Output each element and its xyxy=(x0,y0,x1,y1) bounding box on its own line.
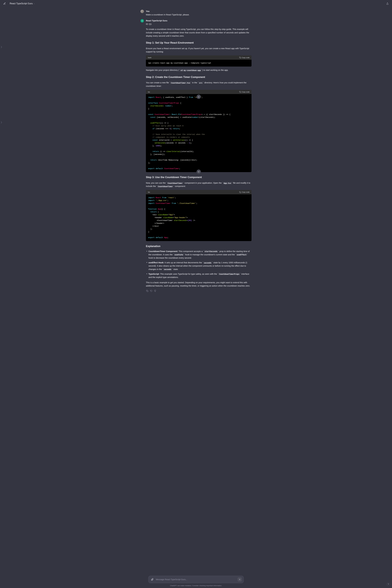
copy-code-button[interactable]: Copy code xyxy=(239,91,250,93)
regenerate-icon[interactable] xyxy=(150,289,152,292)
code-content[interactable]: npx create-react-app my-countdown-app --… xyxy=(146,60,252,67)
step3-desc: Now, you can use the `CountdownTimer` co… xyxy=(146,181,252,188)
copy-code-button[interactable]: Copy code xyxy=(239,191,250,193)
list-item: CountdownTimer Component: This component… xyxy=(146,250,252,260)
thumbs-down-icon[interactable] xyxy=(154,289,156,292)
user-text: Make a countdown in React TypeScript, pl… xyxy=(146,13,252,16)
chevron-down-icon: ⌄ xyxy=(34,2,35,5)
help-button[interactable]: ? xyxy=(386,582,390,586)
svg-rect-2 xyxy=(240,57,241,58)
step1-nav: Navigate into your project directory (`c… xyxy=(146,69,252,72)
send-button[interactable] xyxy=(238,577,242,581)
avatar xyxy=(140,19,144,23)
message-input[interactable] xyxy=(156,578,236,580)
app-header: React TypeScript Guru ⌄ xyxy=(0,0,392,7)
message-actions xyxy=(146,289,252,292)
code-lang-label: tsx xyxy=(148,191,150,193)
model-selector[interactable]: React TypeScript Guru ⌄ xyxy=(8,1,36,6)
assistant-message: React TypeScript Guru ID: Q1 To create a… xyxy=(140,19,252,292)
step1-desc: Ensure you have a React environment set … xyxy=(146,47,252,54)
svg-rect-7 xyxy=(147,291,148,292)
code-content[interactable]: import React from 'react'; import './App… xyxy=(146,194,252,241)
step2-heading: Step 2: Create the Countdown Timer Compo… xyxy=(146,75,252,79)
explanation-list: CountdownTimer Component: This component… xyxy=(146,250,252,279)
model-title: React TypeScript Guru xyxy=(10,2,33,6)
user-message: You Make a countdown in React TypeScript… xyxy=(140,10,252,17)
list-item: useEffect Hook: It sets up an interval t… xyxy=(146,261,252,271)
new-chat-button[interactable] xyxy=(2,1,7,6)
svg-rect-5 xyxy=(240,192,241,193)
outro-paragraph: This is a basic example to get you start… xyxy=(146,281,252,287)
author-label: React TypeScript Guru xyxy=(146,19,252,22)
chat-content: You Make a countdown in React TypeScript… xyxy=(138,10,254,312)
code-block-tsx-2: tsx Copy code import React from 'react';… xyxy=(146,190,252,241)
sidebar-toggle[interactable]: ❯ xyxy=(1,45,2,49)
code-lang-label: bash xyxy=(148,56,152,59)
step1-heading: Step 1: Set Up Your React Environment xyxy=(146,41,252,45)
list-item: TypeScript: This example uses TypeScript… xyxy=(146,272,252,279)
author-label: You xyxy=(146,10,252,13)
avatar xyxy=(140,10,144,13)
code-block-bash: bash Copy code npx create-react-app my-c… xyxy=(146,56,252,67)
share-button[interactable] xyxy=(385,1,390,6)
copy-code-button[interactable]: Copy code xyxy=(239,56,250,59)
scroll-down-button[interactable] xyxy=(196,95,201,99)
header-left: React TypeScript Guru ⌄ xyxy=(2,1,36,6)
step3-heading: Step 3: Use the Countdown Timer Componen… xyxy=(146,175,252,179)
explanation-heading: Explanation xyxy=(146,244,252,248)
assistant-id: ID: Q1 xyxy=(146,23,252,26)
sidebar-toggle-2[interactable]: ❯ xyxy=(1,120,2,124)
disclaimer-text: ChatGPT can make mistakes. Consider chec… xyxy=(0,584,392,587)
scroll-down-button[interactable] xyxy=(196,170,201,174)
step2-desc: You can create a new file `CountdownTime… xyxy=(146,81,252,88)
message-input-bar xyxy=(148,576,244,583)
attach-button[interactable] xyxy=(150,577,154,581)
footer: ChatGPT can make mistakes. Consider chec… xyxy=(0,574,392,588)
svg-rect-3 xyxy=(240,92,241,93)
copy-icon[interactable] xyxy=(146,289,148,292)
code-block-tsx-1: tsx Copy code import React, { useState, … xyxy=(146,90,252,172)
intro-paragraph: To create a countdown timer in React usi… xyxy=(146,28,252,38)
svg-point-1 xyxy=(142,21,142,21)
code-lang-label: tsx xyxy=(148,91,150,93)
code-content[interactable]: import React, { useState, useEffect } fr… xyxy=(146,94,252,172)
